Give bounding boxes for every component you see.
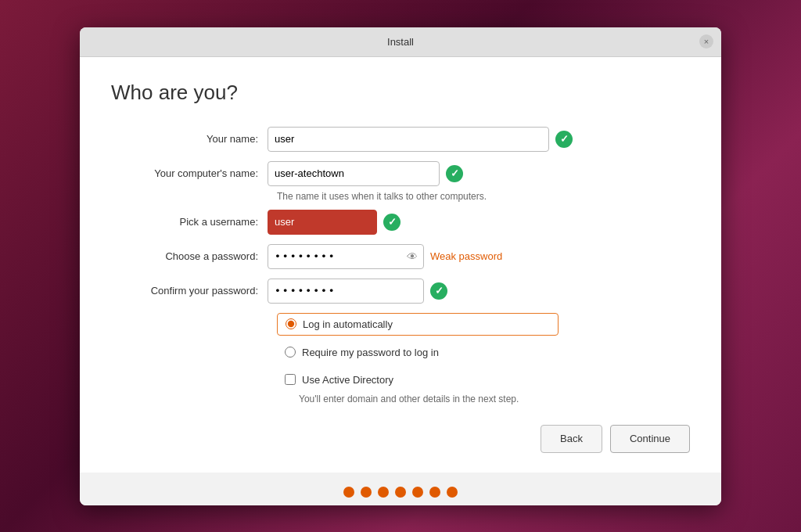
require-password-radio[interactable] <box>285 347 296 358</box>
login-options-section: Log in automatically Require my password… <box>277 313 690 363</box>
window-title: Install <box>387 36 414 48</box>
pagination-dot-2 <box>361 487 372 498</box>
continue-button[interactable]: Continue <box>610 425 690 453</box>
page-title: Who are you? <box>111 81 690 105</box>
back-button[interactable]: Back <box>541 425 602 453</box>
confirm-password-input[interactable] <box>268 279 424 304</box>
your-name-input[interactable] <box>268 127 549 152</box>
password-wrap: 👁 <box>268 244 424 269</box>
your-name-field-wrap <box>268 127 690 152</box>
computer-name-hint: The name it uses when it talks to other … <box>268 191 690 202</box>
active-directory-checkbox[interactable] <box>285 374 296 385</box>
active-directory-label: Use Active Directory <box>302 374 393 386</box>
footer-buttons: Back Continue <box>111 417 690 453</box>
log-in-auto-label: Log in automatically <box>303 318 393 330</box>
username-field-wrap <box>268 210 690 235</box>
password-field-wrap: 👁 Weak password <box>268 244 690 269</box>
your-name-label: Your name: <box>111 133 268 145</box>
pagination-dot-5 <box>412 487 423 498</box>
confirm-password-label: Confirm your password: <box>111 285 268 297</box>
confirm-password-row: Confirm your password: <box>111 279 690 304</box>
log-in-auto-radio[interactable] <box>286 318 296 329</box>
computer-name-label: Your computer's name: <box>111 167 268 179</box>
log-in-auto-option[interactable]: Log in automatically <box>277 313 559 336</box>
pagination-dot-7 <box>447 487 458 498</box>
pagination-dot-1 <box>343 487 354 498</box>
computer-name-input[interactable] <box>268 161 440 186</box>
install-window: Install × Who are you? Your name: Your c… <box>80 27 721 505</box>
your-name-check-icon <box>555 131 573 148</box>
active-directory-hint: You'll enter domain and other details in… <box>299 394 690 404</box>
username-input[interactable] <box>268 210 377 235</box>
require-password-option[interactable]: Require my password to log in <box>277 342 559 363</box>
username-row: Pick a username: <box>111 210 690 235</box>
pagination-dot-6 <box>429 487 440 498</box>
pagination-dot-3 <box>378 487 389 498</box>
confirm-password-field-wrap <box>268 279 690 304</box>
computer-name-check-icon <box>446 165 463 182</box>
pagination-dot-4 <box>395 487 406 498</box>
confirm-password-check-icon <box>430 282 447 300</box>
close-button[interactable]: × <box>699 34 713 49</box>
username-check-icon <box>383 214 400 231</box>
titlebar: Install × <box>80 27 721 57</box>
password-input[interactable] <box>268 244 424 269</box>
require-password-label: Require my password to log in <box>302 347 439 358</box>
password-row: Choose a password: 👁 Weak password <box>111 244 690 269</box>
pagination <box>80 473 721 505</box>
username-label: Pick a username: <box>111 216 268 228</box>
main-content: Who are you? Your name: Your computer's … <box>80 57 721 473</box>
password-eye-button[interactable]: 👁 <box>407 250 418 263</box>
password-label: Choose a password: <box>111 250 268 262</box>
active-directory-option[interactable]: Use Active Directory <box>277 369 690 390</box>
computer-name-field-wrap <box>268 161 690 186</box>
password-strength-label: Weak password <box>430 250 502 262</box>
your-name-row: Your name: <box>111 127 690 152</box>
computer-name-row: Your computer's name: <box>111 161 690 186</box>
